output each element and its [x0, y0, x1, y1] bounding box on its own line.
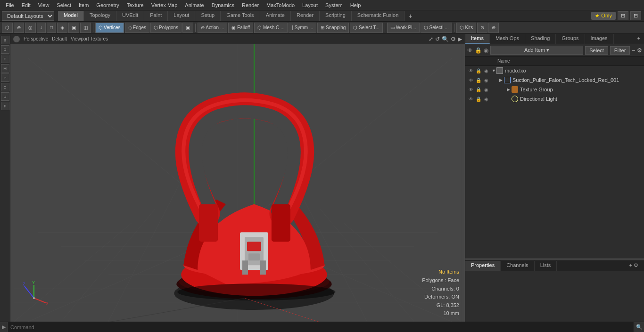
menu-render[interactable]: Render	[238, 1, 263, 9]
menu-item[interactable]: Item	[75, 1, 92, 9]
viewport-dot[interactable]	[13, 36, 20, 42]
sidebar-icon-5[interactable]: P	[1, 73, 9, 82]
star-only-button[interactable]: ★ Only	[591, 12, 616, 20]
command-search-button[interactable]: 🔍	[634, 322, 644, 332]
settings-icon[interactable]: ⚙	[634, 262, 638, 268]
item-eye-0c[interactable]: ◉	[482, 67, 490, 74]
sidebar-icon-7[interactable]: U	[1, 92, 9, 101]
tab-mesh-ops[interactable]: Mesh Ops	[490, 34, 525, 44]
items-filter-button[interactable]: Filter	[610, 46, 630, 55]
layout-plus-button[interactable]: +	[405, 11, 416, 21]
items-select-button[interactable]: Select	[585, 46, 608, 55]
tab-groups[interactable]: Groups	[556, 34, 585, 44]
tool-work-pl[interactable]: ▭ Work Pl...	[387, 23, 420, 33]
menu-vertex-map[interactable]: Vertex Map	[148, 1, 182, 9]
menu-dynamics[interactable]: Dynamics	[208, 1, 238, 9]
list-item[interactable]: 👁 🔒 ◉ ▼ modo.lxo	[465, 66, 644, 75]
item-eye-1[interactable]: 👁	[467, 76, 475, 84]
tool-hex[interactable]: ⬡	[2, 23, 13, 33]
items-lock-icon[interactable]: 🔒	[475, 47, 482, 54]
layout-dropdown[interactable]: Default Layouts	[2, 11, 54, 21]
tab-layout[interactable]: Layout	[168, 11, 195, 21]
sidebar-icon-3[interactable]: E	[1, 55, 9, 63]
layout-icon-btn1[interactable]: ⊞	[618, 11, 628, 20]
command-input[interactable]	[8, 322, 634, 332]
tool-kits[interactable]: ⬡ Kits	[456, 23, 476, 33]
tool-icon2[interactable]: ⊕	[488, 23, 499, 33]
tool-selecti[interactable]: ⬡ Selecti ...	[421, 23, 452, 33]
properties-plus[interactable]: + ⚙	[626, 261, 643, 271]
viewport-rotate-icon[interactable]: ↺	[435, 36, 440, 42]
expand-icon-1[interactable]: ▶	[499, 78, 504, 82]
layout-icon-btn2[interactable]: ⊟	[630, 11, 641, 20]
tool-icon1[interactable]: ⊙	[477, 23, 487, 33]
item-eye-1c[interactable]: ◉	[482, 76, 490, 84]
menu-geometry[interactable]: Geometry	[92, 1, 123, 9]
tab-animate[interactable]: Animate	[260, 11, 291, 21]
tab-lists[interactable]: Lists	[535, 261, 557, 271]
item-eye-3b[interactable]: 🔒	[475, 95, 482, 103]
tool-move[interactable]: ↕	[37, 23, 46, 33]
tab-game-tools[interactable]: Game Tools	[221, 11, 260, 21]
expand-icon-0[interactable]: ▼	[492, 68, 496, 73]
tab-channels[interactable]: Channels	[501, 261, 534, 271]
viewport-fit-icon[interactable]: ⤢	[429, 36, 433, 42]
viewport[interactable]: Perspective Default Viewport Textures ⤢ …	[10, 34, 465, 322]
tool-falloff[interactable]: ◉ Falloff	[228, 23, 253, 33]
menu-edit[interactable]: Edit	[18, 1, 34, 9]
tool-item-mode[interactable]: ▣	[182, 23, 193, 33]
sidebar-icon-1[interactable]: B	[1, 36, 9, 44]
tool-poly[interactable]: ◫	[80, 23, 91, 33]
list-item[interactable]: 👁 🔒 ◉ ▶ Texture Group	[465, 85, 644, 94]
add-item-button[interactable]: Add Item ▾	[490, 46, 583, 55]
tool-circle[interactable]: ◎	[25, 23, 36, 33]
item-eye-3c[interactable]: ◉	[482, 95, 490, 103]
menu-help[interactable]: Help	[347, 1, 365, 9]
viewport-settings-icon[interactable]: ⚙	[451, 36, 456, 42]
menu-select[interactable]: Select	[53, 1, 75, 9]
expand-icon-2[interactable]: ▶	[507, 87, 512, 92]
tab-render[interactable]: Render	[291, 11, 320, 21]
menu-layout[interactable]: Layout	[298, 1, 322, 9]
item-eye-2c[interactable]: ◉	[482, 86, 490, 93]
tool-select-box[interactable]: □	[47, 23, 56, 33]
tool-polygons[interactable]: ⬡ Polygons	[150, 23, 182, 33]
tool-action[interactable]: ⊛ Action ...	[198, 23, 227, 33]
tab-topology[interactable]: Topology	[84, 11, 116, 21]
tab-model[interactable]: Model	[58, 11, 84, 21]
tool-vertices[interactable]: ⬡ Vertices	[95, 23, 124, 33]
menu-file[interactable]: File	[2, 1, 18, 9]
items-tab-plus[interactable]: +	[634, 34, 644, 44]
menu-texture[interactable]: Texture	[123, 1, 148, 9]
tool-edges[interactable]: ◇ Edges	[125, 23, 149, 33]
tab-properties[interactable]: Properties	[465, 261, 501, 271]
items-vis-icon[interactable]: ◉	[484, 47, 488, 54]
tab-items[interactable]: Items	[465, 34, 490, 44]
tool-world[interactable]: ⊕	[14, 23, 24, 33]
item-eye-2b[interactable]: 🔒	[475, 86, 482, 93]
list-item[interactable]: 👁 🔒 ◉ ▶ Suction_Puller_Falon_Tech_Locked…	[465, 75, 644, 85]
item-eye-3[interactable]: 👁	[467, 95, 475, 103]
list-item[interactable]: 👁 🔒 ◉ Directional Light	[465, 94, 644, 104]
tab-uvedit[interactable]: UVEdit	[116, 11, 144, 21]
tab-setup[interactable]: Setup	[195, 11, 221, 21]
viewport-zoom-icon[interactable]: 🔍	[442, 36, 449, 42]
tool-select-t[interactable]: ⬡ Select T...	[350, 23, 383, 33]
tool-symm[interactable]: | Symm ...	[289, 23, 316, 33]
items-collapse-button[interactable]: –	[632, 47, 635, 54]
menu-maxtomodo[interactable]: MaxToModo	[263, 1, 298, 9]
item-eye-2[interactable]: 👁	[467, 86, 475, 93]
sidebar-icon-4[interactable]: M	[1, 64, 9, 73]
tool-mesh-c[interactable]: ⬡ Mesh C ...	[254, 23, 288, 33]
viewport-canvas[interactable]: Z X Y No Items Polygons : Face Channels:…	[10, 44, 465, 322]
viewport-more-icon[interactable]: ▶	[458, 36, 462, 42]
sidebar-icon-8[interactable]: F	[1, 102, 9, 110]
tab-paint[interactable]: Paint	[144, 11, 168, 21]
tool-snapping[interactable]: ⊞ Snapping	[317, 23, 349, 33]
sidebar-icon-6[interactable]: C	[1, 83, 9, 91]
command-arrow[interactable]: ▶	[0, 322, 8, 332]
tool-lasso[interactable]: ◈	[57, 23, 67, 33]
item-eye-1b[interactable]: 🔒	[475, 76, 482, 84]
menu-view[interactable]: View	[34, 1, 53, 9]
tab-schematic-fusion[interactable]: Schematic Fusion	[352, 11, 405, 21]
